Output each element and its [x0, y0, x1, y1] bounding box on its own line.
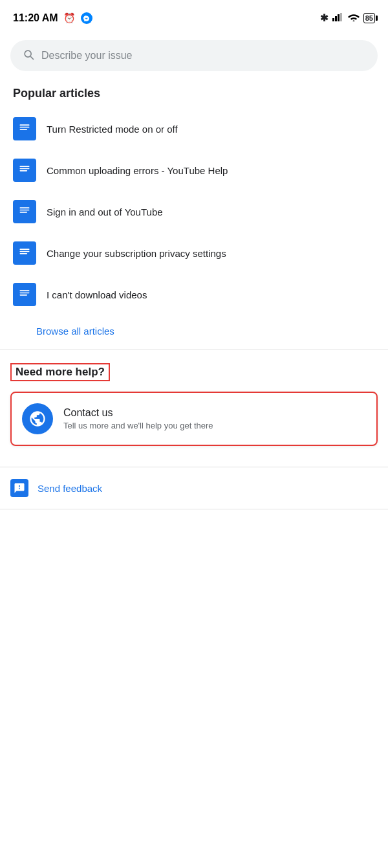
svg-rect-16 [20, 290, 30, 291]
need-more-help-section: Need more help? Contact us Tell us more … [0, 350, 388, 456]
article-item-3[interactable]: Sign in and out of YouTube [10, 191, 378, 232]
article-text-3: Sign in and out of YouTube [47, 205, 163, 219]
article-item-1[interactable]: Turn Restricted mode on or off [10, 108, 378, 150]
svg-rect-6 [20, 129, 28, 130]
svg-rect-3 [340, 13, 342, 21]
battery-indicator: 85 [363, 13, 375, 23]
svg-rect-11 [20, 210, 30, 211]
svg-rect-5 [20, 127, 30, 128]
status-right: ✱ 85 [320, 12, 375, 24]
svg-rect-17 [20, 293, 30, 294]
browse-all-link[interactable]: Browse all articles [0, 315, 388, 350]
article-icon-4 [13, 241, 36, 265]
search-container: Describe your issue [0, 34, 388, 82]
popular-articles-section: Popular articles Turn Restricted mode on… [0, 82, 388, 350]
article-text-2: Common uploading errors - YouTube Help [47, 164, 228, 177]
svg-rect-1 [335, 16, 337, 21]
article-icon-3 [13, 200, 36, 223]
status-left: 11:20 AM ⏰ [13, 12, 92, 24]
time-display: 11:20 AM [13, 12, 58, 24]
svg-rect-15 [20, 253, 28, 254]
article-text-4: Change your subscription privacy setting… [47, 247, 226, 260]
bluetooth-icon: ✱ [320, 12, 329, 24]
svg-rect-2 [338, 14, 339, 21]
svg-rect-7 [20, 166, 30, 167]
divider-3 [0, 509, 388, 509]
search-placeholder-text: Describe your issue [41, 50, 133, 61]
contact-icon [28, 410, 47, 428]
contact-us-title: Contact us [63, 407, 213, 419]
svg-rect-12 [20, 212, 28, 213]
feedback-icon [10, 479, 28, 497]
article-icon-1 [13, 117, 36, 140]
svg-rect-9 [20, 170, 28, 172]
contact-icon-wrap [22, 403, 53, 434]
signal-icon [332, 12, 344, 24]
article-list: Turn Restricted mode on or off Common up… [0, 108, 388, 315]
contact-us-card[interactable]: Contact us Tell us more and we'll help y… [10, 392, 378, 446]
article-item-4[interactable]: Change your subscription privacy setting… [10, 232, 378, 274]
svg-rect-0 [332, 18, 334, 21]
send-feedback-label: Send feedback [38, 483, 102, 494]
article-text-1: Turn Restricted mode on or off [47, 122, 178, 136]
article-text-5: I can't download videos [47, 288, 147, 302]
svg-rect-14 [20, 251, 30, 252]
article-item-5[interactable]: I can't download videos [10, 274, 378, 315]
svg-rect-13 [20, 249, 30, 250]
popular-articles-title: Popular articles [0, 82, 388, 108]
svg-rect-18 [20, 295, 28, 296]
article-icon-5 [13, 283, 36, 306]
status-bar: 11:20 AM ⏰ ✱ 85 [0, 0, 388, 34]
contact-text-wrap: Contact us Tell us more and we'll help y… [63, 407, 213, 430]
contact-us-subtitle: Tell us more and we'll help you get ther… [63, 421, 213, 430]
alarm-icon: ⏰ [63, 12, 76, 24]
svg-rect-10 [20, 207, 30, 208]
search-icon [22, 48, 35, 63]
wifi-icon [348, 12, 360, 24]
search-bar[interactable]: Describe your issue [10, 40, 378, 71]
messenger-icon [81, 12, 92, 24]
svg-rect-4 [20, 124, 30, 126]
article-item-2[interactable]: Common uploading errors - YouTube Help [10, 150, 378, 191]
article-icon-2 [13, 159, 36, 182]
svg-rect-8 [20, 168, 30, 170]
need-more-help-title: Need more help? [10, 363, 110, 381]
send-feedback-row[interactable]: Send feedback [0, 467, 388, 509]
